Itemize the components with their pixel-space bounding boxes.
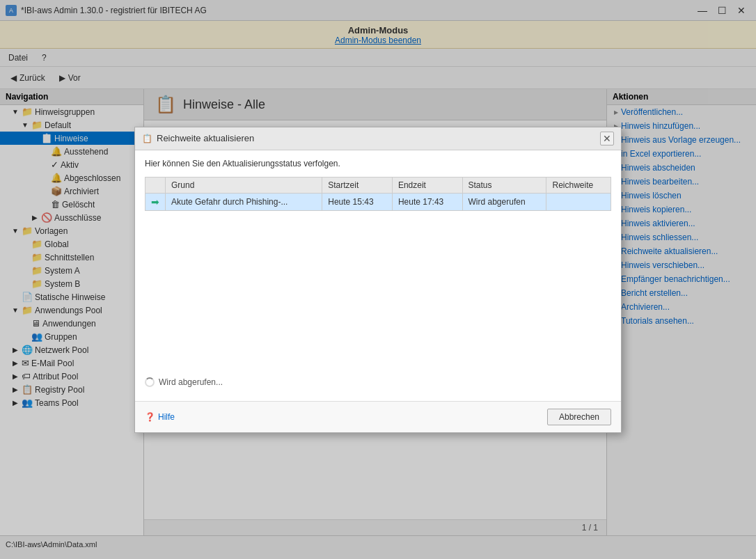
- table-row[interactable]: ➡ Akute Gefahr durch Phishing-... Heute …: [145, 193, 611, 210]
- help-label: Hilfe: [158, 412, 175, 422]
- modal-titlebar: 📋 Reichweite aktualisieren ✕: [135, 127, 621, 150]
- modal-close-button[interactable]: ✕: [600, 132, 614, 145]
- row-status: Wird abgerufen: [462, 193, 546, 210]
- help-link[interactable]: ❓ Hilfe: [145, 412, 175, 422]
- modal-body: Hier können Sie den Aktualisierungsstatu…: [135, 150, 621, 401]
- modal-titlebar-left: 📋 Reichweite aktualisieren: [142, 133, 254, 143]
- modal-footer-buttons: Abbrechen: [547, 409, 611, 425]
- row-reichweite: [546, 193, 611, 210]
- col-reichweite: Reichweite: [546, 177, 611, 193]
- row-endzeit: Heute 17:43: [392, 193, 462, 210]
- col-indicator: [145, 177, 166, 193]
- modal-footer: ❓ Hilfe Abbrechen: [135, 401, 621, 432]
- col-grund: Grund: [166, 177, 322, 193]
- col-endzeit: Endzeit: [392, 177, 462, 193]
- modal-table: Grund Startzeit Endzeit Status Reichweit…: [145, 177, 611, 211]
- row-startzeit: Heute 15:43: [322, 193, 393, 210]
- row-arrow-icon: ➡: [151, 196, 159, 207]
- loading-spinner: [145, 377, 155, 387]
- modal-title: Reichweite aktualisieren: [157, 133, 254, 143]
- row-icon-cell: ➡: [145, 193, 166, 210]
- loading-text: Wird abgerufen...: [159, 377, 223, 387]
- cancel-button[interactable]: Abbrechen: [547, 409, 611, 425]
- modal-overlay: 📋 Reichweite aktualisieren ✕ Hier können…: [0, 0, 756, 559]
- modal-dialog: 📋 Reichweite aktualisieren ✕ Hier können…: [134, 127, 622, 433]
- col-status: Status: [462, 177, 546, 193]
- loading-status: Wird abgerufen...: [145, 372, 611, 393]
- modal-description: Hier können Sie den Aktualisierungsstatu…: [145, 159, 611, 168]
- col-startzeit: Startzeit: [322, 177, 393, 193]
- modal-icon: 📋: [142, 134, 152, 143]
- row-grund: Akute Gefahr durch Phishing-...: [166, 193, 322, 210]
- help-icon: ❓: [145, 412, 155, 422]
